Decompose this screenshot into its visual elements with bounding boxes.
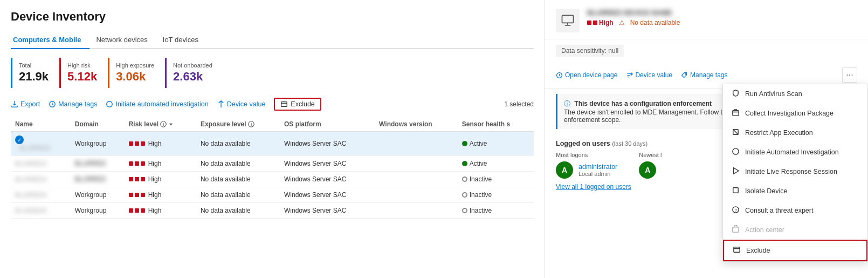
manage-tags-button[interactable]: Manage tags — [49, 100, 97, 108]
menu-item-collect-investigation[interactable]: Collect Investigation Package — [723, 104, 867, 123]
isolate-device-label: Isolate Device — [745, 187, 788, 195]
stat-high-risk-label: High risk — [67, 62, 97, 69]
action-center-icon — [732, 225, 740, 235]
cell-exposure: No data available — [196, 172, 280, 187]
table-row[interactable]: BLURRED3BLURRED High No data availableWi… — [11, 172, 534, 187]
cell-exposure: No data available — [196, 132, 280, 156]
exclude-icon — [280, 100, 288, 108]
col-name: Name — [11, 117, 71, 132]
cell-risk: High — [125, 203, 196, 219]
manage-tags-link[interactable]: Manage tags — [681, 71, 727, 79]
device-header: BLURRED DEVICE NAME High ⚠ No data avail… — [545, 0, 868, 39]
stat-total-label: Total — [19, 62, 49, 69]
sensor-text: Active — [470, 160, 487, 167]
row-name: BLURRED5 — [15, 207, 47, 214]
risk-dot — [135, 141, 139, 146]
newest-logon-header: Newest l — [639, 152, 662, 158]
info-icon: i — [160, 121, 167, 127]
more-actions-button[interactable]: ··· — [842, 67, 857, 83]
risk-dot — [129, 177, 133, 181]
page-title: Device Inventory — [11, 10, 534, 24]
tab-network-devices[interactable]: Network devices — [94, 31, 156, 49]
cell-windows — [375, 132, 458, 156]
investigation-icon — [106, 100, 113, 108]
user-name[interactable]: administrator — [578, 163, 617, 171]
table-row[interactable]: BLURRED4Workgroup High No data available… — [11, 187, 534, 203]
risk-text: High — [148, 191, 162, 199]
risk-dot — [141, 161, 145, 166]
svg-rect-14 — [733, 188, 738, 193]
right-panel: BLURRED DEVICE NAME High ⚠ No data avail… — [545, 0, 868, 278]
cell-checkbox[interactable]: ✓BLURRED1 — [11, 132, 71, 156]
left-panel: Device Inventory Computers & Mobile Netw… — [0, 0, 545, 278]
risk-text: High — [148, 175, 162, 183]
svg-rect-18 — [734, 247, 740, 252]
table-row[interactable]: ✓BLURRED1Workgroup High No data availabl… — [11, 132, 534, 156]
svg-rect-10 — [733, 111, 739, 116]
dropdown-menu: Run Antivirus Scan Collect Investigation… — [722, 84, 868, 262]
cell-windows — [375, 203, 458, 219]
user-info: A administrator Local admin — [556, 161, 617, 179]
open-device-page-link[interactable]: Open device page — [556, 71, 617, 79]
most-logons-header: Most logons — [556, 152, 617, 158]
risk-dot — [129, 161, 133, 166]
cell-checkbox[interactable]: BLURRED4 — [11, 187, 71, 203]
export-button[interactable]: Export — [11, 100, 40, 108]
menu-item-initiate-investigation[interactable]: Initiate Automated Investigation — [723, 143, 867, 162]
live-response-icon — [732, 167, 740, 177]
device-value-link-label: Device value — [635, 71, 672, 79]
stat-not-onboarded-label: Not onboarded — [173, 62, 212, 69]
device-value-button[interactable]: Device value — [217, 100, 266, 108]
status-dot — [462, 208, 467, 213]
menu-item-consult-expert[interactable]: ? Consult a threat expert — [723, 201, 867, 220]
svg-marker-13 — [734, 168, 739, 174]
cell-checkbox[interactable]: BLURRED5 — [11, 203, 71, 219]
run-antivirus-icon — [732, 89, 740, 99]
risk-dot — [129, 141, 133, 146]
cell-domain: Workgroup — [71, 187, 125, 203]
table-row[interactable]: BLURRED2BLURRED High No data availableWi… — [11, 156, 534, 172]
col-risk[interactable]: Risk level i — [125, 117, 196, 132]
risk-dot — [141, 208, 145, 213]
device-value-link[interactable]: Device value — [626, 71, 672, 79]
cell-sensor: Active — [458, 132, 534, 156]
menu-item-run-antivirus[interactable]: Run Antivirus Scan — [723, 84, 867, 104]
sort-icon[interactable] — [168, 121, 174, 127]
most-logons-col: Most logons A administrator Local admin — [556, 152, 617, 179]
manage-tags-label: Manage tags — [58, 100, 97, 108]
cell-exposure: No data available — [196, 187, 280, 203]
stat-not-onboarded: Not onboarded 2.63k — [165, 58, 223, 88]
sensor-text: Active — [470, 140, 487, 147]
cell-checkbox[interactable]: BLURRED2 — [11, 156, 71, 172]
risk-dot — [141, 141, 145, 146]
open-device-page-label: Open device page — [565, 71, 617, 79]
no-data-label: No data available — [630, 19, 680, 26]
run-antivirus-label: Run Antivirus Scan — [745, 90, 802, 98]
stat-high-exposure-label: High exposure — [116, 62, 154, 69]
risk-text: High — [148, 140, 162, 147]
menu-item-exclude[interactable]: Exclude — [723, 240, 867, 261]
tab-computers-mobile[interactable]: Computers & Mobile — [11, 31, 89, 49]
cell-sensor: Inactive — [458, 172, 534, 187]
tab-iot-devices[interactable]: IoT devices — [161, 31, 207, 49]
logged-users-subtitle: (last 30 days) — [612, 140, 647, 147]
menu-item-live-response[interactable]: Initiate Live Response Session — [723, 162, 867, 181]
initiate-investigation-button[interactable]: Initiate automated investigation — [106, 100, 208, 108]
cell-sensor: Inactive — [458, 203, 534, 219]
device-info: BLURRED DEVICE NAME High ⚠ No data avail… — [587, 9, 857, 26]
cell-windows — [375, 187, 458, 203]
exclude-button[interactable]: Exclude — [274, 98, 321, 111]
col-sensor: Sensor health s — [458, 117, 534, 132]
menu-item-action-center: Action center — [723, 220, 867, 240]
cell-risk: High — [125, 156, 196, 172]
risk-level: High — [599, 19, 614, 26]
status-dot — [462, 192, 467, 198]
menu-item-isolate-device[interactable]: Isolate Device — [723, 181, 867, 201]
sensor-text: Inactive — [470, 191, 492, 199]
cell-checkbox[interactable]: BLURRED3 — [11, 172, 71, 187]
col-domain: Domain — [71, 117, 125, 132]
row-checkbox[interactable]: ✓ — [15, 135, 24, 144]
table-row[interactable]: BLURRED5Workgroup High No data available… — [11, 203, 534, 219]
initiate-investigation-label: Initiate automated investigation — [115, 100, 208, 108]
menu-item-restrict-app[interactable]: Restrict App Execution — [723, 123, 867, 143]
